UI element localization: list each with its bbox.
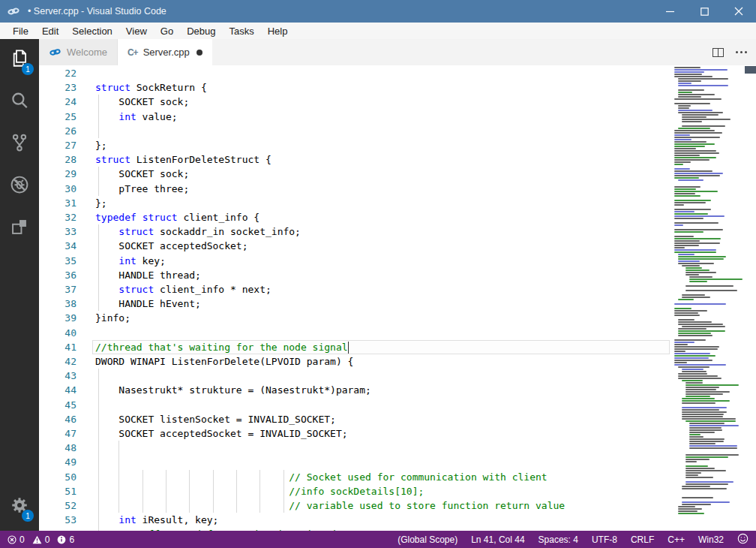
activity-debug[interactable] [0,165,39,207]
code-line-30[interactable]: 30 pTree three; [39,182,756,197]
status-crlf[interactable]: CRLF [631,534,654,545]
line-number[interactable]: 46 [39,412,76,426]
line-number[interactable]: 23 [39,80,76,95]
status-spaces-4[interactable]: Spaces: 4 [538,534,578,545]
status-c++[interactable]: C++ [668,534,685,545]
minimap[interactable] [671,65,750,531]
code-line-27[interactable]: 27}; [39,138,756,153]
line-number[interactable]: 41 [39,340,76,354]
activity-explorer[interactable]: 1 [0,39,39,81]
problems-warnings[interactable]: 0 [32,534,50,545]
code-line-41[interactable]: 41//thread that's waiting for the node s… [39,340,756,355]
code-line-38[interactable]: 38 HANDLE hEvent; [39,297,756,312]
menu-debug[interactable]: Debug [180,26,222,37]
maximize-button[interactable] [687,0,722,23]
line-number[interactable]: 27 [39,138,76,152]
activity-search[interactable] [0,81,39,123]
line-number[interactable]: 37 [39,282,76,297]
split-editor-icon[interactable] [712,48,724,57]
code-line-24[interactable]: 24 SOCKET sock; [39,95,756,110]
code-line-25[interactable]: 25 int value; [39,110,756,125]
status-global-scope[interactable]: (Global Scope) [398,534,458,545]
code-editor[interactable]: 2223struct SockReturn {24 SOCKET sock;25… [39,65,756,531]
line-number[interactable]: 26 [39,124,76,138]
menu-go[interactable]: Go [154,26,180,37]
code-line-23[interactable]: 23struct SockReturn { [39,80,756,95]
more-actions-icon[interactable] [736,51,747,53]
menu-tasks[interactable]: Tasks [222,26,260,37]
line-number[interactable]: 25 [39,110,76,124]
activity-source-control[interactable] [0,123,39,165]
code-line-49[interactable]: 49 [39,455,756,470]
line-number[interactable]: 45 [39,398,76,412]
code-line-35[interactable]: 35 int key; [39,254,756,269]
code-line-39[interactable]: 39}info; [39,311,756,326]
line-number[interactable]: 31 [39,196,76,210]
problems-errors[interactable]: 0 [8,534,25,545]
line-number[interactable]: 35 [39,254,76,268]
line-number[interactable]: 30 [39,182,76,196]
line-number[interactable]: 36 [39,268,76,282]
line-number[interactable]: 49 [39,455,76,469]
code-line-47[interactable]: 47 SOCKET acceptedSocket = INVALID_SOCKE… [39,426,756,441]
code-line-51[interactable]: 51 //info sockDetails[10]; [39,484,756,499]
code-line-44[interactable]: 44 Nasestrukt* strukture = (Nasestrukt*)… [39,383,756,398]
status-win32[interactable]: Win32 [698,534,724,545]
activity-extensions[interactable] [0,207,39,249]
line-number[interactable]: 24 [39,95,76,109]
activity-settings[interactable]: 1 [0,486,39,528]
line-number[interactable]: 38 [39,297,76,311]
line-number[interactable]: 32 [39,210,76,224]
code-line-48[interactable]: 48 [39,441,756,456]
code-line-45[interactable]: 45 [39,398,756,413]
menu-edit[interactable]: Edit [35,26,65,37]
line-number[interactable]: 50 [39,470,76,484]
close-button[interactable] [722,0,756,23]
code-line-26[interactable]: 26 [39,124,756,139]
line-number[interactable]: 28 [39,152,76,167]
code-line-52[interactable]: 52 // variable used to store function re… [39,498,756,513]
menu-selection[interactable]: Selection [65,26,118,37]
menu-view[interactable]: View [119,26,154,37]
code-line-53[interactable]: 53 int iResult, key; [39,513,756,528]
line-number[interactable]: 48 [39,441,76,455]
code-line-28[interactable]: 28struct ListenForDeleteStruct { [39,152,756,167]
line-number[interactable]: 34 [39,239,76,253]
status-utf-8[interactable]: UTF-8 [592,534,617,545]
line-number[interactable]: 52 [39,498,76,513]
line-number[interactable]: 22 [39,66,76,80]
line-number[interactable]: 40 [39,326,76,340]
tab-server-cpp[interactable]: C+Server.cpp [118,39,212,65]
line-number[interactable]: 51 [39,484,76,498]
tab-welcome[interactable]: Welcome [39,39,118,65]
line-number[interactable]: 42 [39,354,76,369]
code-line-46[interactable]: 46 SOCKET listenSocket = INVALID_SOCKET; [39,412,756,427]
code-line-29[interactable]: 29 SOCKET sock; [39,167,756,182]
modified-dot[interactable] [196,50,202,56]
code-line-43[interactable]: 43 [39,369,756,384]
feedback-smiley-icon[interactable] [737,533,748,546]
minimize-button[interactable] [652,0,687,23]
line-number[interactable]: 43 [39,369,76,383]
vertical-scrollbar[interactable] [750,65,756,531]
code-line-36[interactable]: 36 HANDLE thread; [39,268,756,283]
code-line-34[interactable]: 34 SOCKET acceptedSocket; [39,239,756,254]
line-number[interactable]: 29 [39,167,76,181]
code-line-31[interactable]: 31}; [39,196,756,211]
status-ln-41-col-44[interactable]: Ln 41, Col 44 [471,534,524,545]
code-line-42[interactable]: 42DWORD WINAPI ListenForDelete(LPVOID pa… [39,354,756,369]
code-line-40[interactable]: 40 [39,326,756,341]
code-line-22[interactable]: 22 [39,66,756,81]
menu-help[interactable]: Help [261,26,295,37]
code-line-32[interactable]: 32typedef struct client_info { [39,210,756,225]
line-number[interactable]: 44 [39,383,76,397]
line-number[interactable]: 39 [39,311,76,325]
code-line-50[interactable]: 50 // Socket used for communication with… [39,470,756,485]
line-number[interactable]: 33 [39,224,76,239]
code-line-33[interactable]: 33 struct sockaddr_in socket_info; [39,224,756,239]
problems-infos[interactable]: 6 [57,534,74,545]
code-line-37[interactable]: 37 struct client_info * next; [39,282,756,297]
line-number[interactable]: 47 [39,426,76,441]
menu-file[interactable]: File [6,26,35,37]
line-number[interactable]: 53 [39,513,76,527]
